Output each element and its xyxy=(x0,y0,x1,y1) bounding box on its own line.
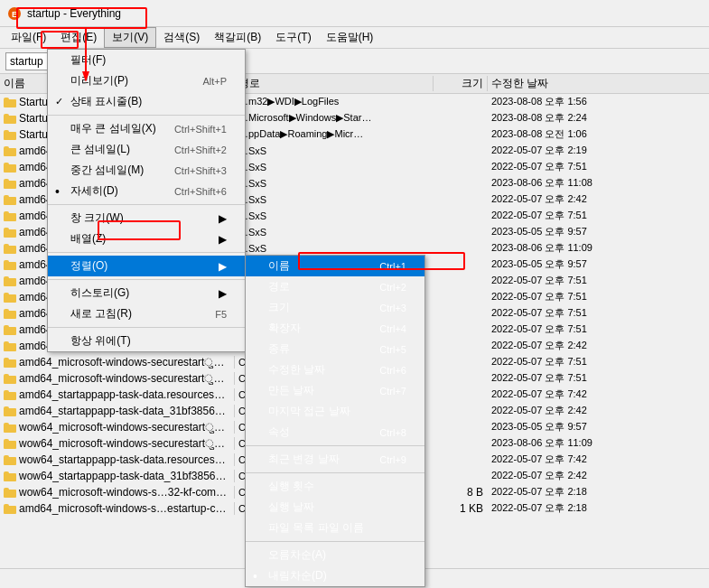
row-date: 2023-08-06 오후 11:08 xyxy=(488,176,632,190)
sep3 xyxy=(48,252,245,253)
row-date: 2022-05-07 오후 2:18 xyxy=(488,485,632,499)
menu-file[interactable]: 파일(F) xyxy=(4,28,53,47)
sort-ext[interactable]: 확장자 Ctrl+4 xyxy=(246,318,424,339)
view-extra-large[interactable]: 매우 큰 섬네일(X) Ctrl+Shift+1 xyxy=(48,118,245,139)
app-icon: E xyxy=(7,6,22,21)
row-path: …SxS xyxy=(235,162,434,173)
folder-icon xyxy=(4,227,16,237)
view-filter[interactable]: 필터(F) xyxy=(48,50,245,70)
menu-edit[interactable]: 편집(E) xyxy=(53,28,104,47)
title-text: startup - Everything xyxy=(27,7,121,20)
sort-desc[interactable]: 내림차순(D) xyxy=(246,565,424,586)
row-name: amd64_startappapp-task-data.resources_… xyxy=(19,388,230,401)
folder-icon xyxy=(4,113,16,123)
row-date: 2022-05-07 오후 2:19 xyxy=(488,144,632,157)
row-name: wow64_startappapp-task-data_31bf3856… xyxy=(19,470,227,482)
row-name: amd64_startappapp-task-data_31bf3856… xyxy=(19,405,226,417)
folder-icon xyxy=(4,341,16,350)
sep1 xyxy=(48,115,245,116)
row-size: 1 KB xyxy=(434,502,488,515)
col-header-path[interactable]: 경로 xyxy=(235,76,434,91)
row-date: 2022-05-07 오후 2:42 xyxy=(488,339,632,352)
row-date: 2022-05-07 오후 7:42 xyxy=(488,453,632,466)
menu-tools[interactable]: 도구(T) xyxy=(268,28,318,47)
row-name: wow64_microsoft-windows-securestartु… xyxy=(19,421,225,434)
folder-icon xyxy=(4,97,16,107)
sep4 xyxy=(48,279,245,280)
view-detail[interactable]: 자세히(D) Ctrl+Shift+6 xyxy=(48,181,245,201)
sort-name[interactable]: 이름 Ctrl+1 xyxy=(246,256,424,276)
view-arrange[interactable]: 배열(Z) ▶ xyxy=(48,229,245,249)
row-path: …SxS xyxy=(235,243,434,254)
view-preview[interactable]: 미리보기(P) Alt+P xyxy=(48,70,245,91)
sep5 xyxy=(48,327,245,328)
folder-icon xyxy=(4,357,16,367)
folder-icon xyxy=(4,487,16,497)
row-path: …m32▶WDI▶LogFiles xyxy=(235,96,434,107)
col-header-size[interactable]: 크기 xyxy=(434,76,488,91)
row-path: …SxS xyxy=(235,210,434,221)
sort-filelist[interactable]: 파일 목록 파일 이름 xyxy=(246,518,424,538)
sort-type[interactable]: 종류 Ctrl+5 xyxy=(246,339,424,359)
row-path: …SxS xyxy=(235,178,434,189)
folder-icon xyxy=(4,162,16,172)
row-path: …SxS xyxy=(235,227,434,238)
sort-created[interactable]: 만든 날짜 Ctrl+7 xyxy=(246,380,424,401)
folder-icon xyxy=(4,243,16,253)
row-date: 2022-05-07 오후 7:51 xyxy=(488,290,632,303)
folder-icon xyxy=(4,406,16,415)
sort-rundate[interactable]: 실행 날짜 xyxy=(246,497,424,518)
view-ontop[interactable]: 항상 위에(T) xyxy=(48,331,245,351)
row-name: amd64_microsoft-windows-securestartु… xyxy=(19,356,224,369)
folder-icon xyxy=(4,145,16,155)
svg-text:E: E xyxy=(12,10,17,19)
folder-icon xyxy=(4,292,16,302)
row-name: wow64_microsoft-windows-securestartु… xyxy=(19,437,225,450)
folder-icon xyxy=(4,129,16,139)
row-size: 8 B xyxy=(434,486,488,499)
menu-view[interactable]: 보기(V) xyxy=(104,27,156,48)
folder-icon xyxy=(4,373,16,383)
sort-size[interactable]: 크기 Ctrl+3 xyxy=(246,297,424,318)
row-date: 2022-05-07 오후 7:51 xyxy=(488,371,632,385)
title-bar: E startup - Everything xyxy=(0,0,709,27)
row-date: 2023-05-05 오후 9:57 xyxy=(488,225,632,238)
row-date: 2022-05-07 오후 7:51 xyxy=(488,306,632,320)
menu-search[interactable]: 검색(S) xyxy=(156,28,207,47)
menu-bar: 파일(F) 편집(E) 보기(V) 검색(S) 책갈피(B) 도구(T) 도움말… xyxy=(0,27,709,49)
row-date: 2022-05-07 오후 7:51 xyxy=(488,209,632,222)
view-history[interactable]: 히스토리(G) ▶ xyxy=(48,283,245,303)
sort-path[interactable]: 경로 Ctrl+2 xyxy=(246,276,424,297)
row-date: 2022-05-07 오후 7:42 xyxy=(488,387,632,401)
sort-recent[interactable]: 최근 변경 날짜 Ctrl+9 xyxy=(246,449,424,470)
row-name: amd64_microsoft-windows-s…estartup-c… xyxy=(19,502,226,515)
menu-help[interactable]: 도움말(H) xyxy=(319,28,381,47)
folder-icon xyxy=(4,471,16,481)
sort-asc[interactable]: 오름차순(A) xyxy=(246,545,424,565)
folder-icon xyxy=(4,422,16,432)
view-statusbar[interactable]: 상태 표시줄(B) xyxy=(48,91,245,112)
folder-icon xyxy=(4,194,16,204)
sort-attrs[interactable]: 속성 Ctrl+8 xyxy=(246,422,424,443)
row-path: …SxS xyxy=(235,194,434,205)
view-sort[interactable]: 정렬(O) ▶ 이름 Ctrl+1 경로 Ctrl+2 크기 Ctrl+3 확장… xyxy=(48,256,245,276)
folder-icon xyxy=(4,308,16,318)
view-medium[interactable]: 중간 섬네일(M) Ctrl+Shift+3 xyxy=(48,160,245,181)
folder-icon xyxy=(4,454,16,464)
folder-icon xyxy=(4,438,16,448)
folder-icon xyxy=(4,259,16,269)
row-date: 2023-05-05 오후 9:57 xyxy=(488,257,632,271)
sort-accessed[interactable]: 마지막 접근 날짜 xyxy=(246,401,424,422)
sort-runcount[interactable]: 실행 횟수 xyxy=(246,476,424,497)
row-date: 2023-08-06 오후 11:09 xyxy=(488,436,632,450)
view-large[interactable]: 큰 섬네일(L) Ctrl+Shift+2 xyxy=(48,139,245,160)
view-winsize[interactable]: 창 크기(W) ▶ xyxy=(48,208,245,229)
folder-icon xyxy=(4,275,16,285)
menu-bookmarks[interactable]: 책갈피(B) xyxy=(207,28,268,47)
sort-modified[interactable]: 수정한 날짜 Ctrl+6 xyxy=(246,359,424,380)
col-header-date[interactable]: 수정한 날짜 xyxy=(488,76,632,91)
folder-icon xyxy=(4,324,16,334)
row-path: …ppData▶Roaming▶Micr… xyxy=(235,128,434,140)
row-name: wow64_startappapp-task-data.resources_… xyxy=(19,453,230,466)
view-refresh[interactable]: 새로 고침(R) F5 xyxy=(48,303,245,324)
